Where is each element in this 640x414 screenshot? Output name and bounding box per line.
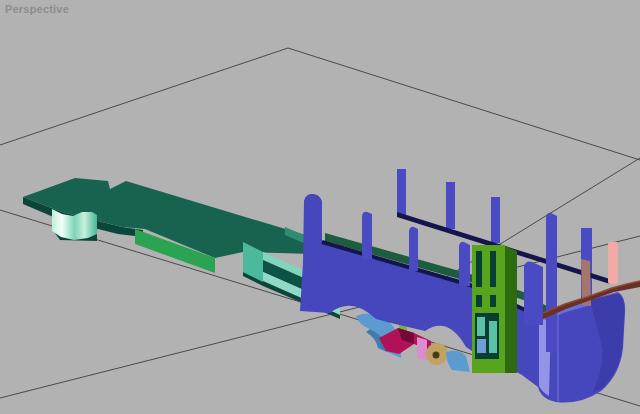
frame-slot [490, 295, 496, 307]
far-post [397, 169, 406, 216]
frame-blue-insert [477, 339, 486, 353]
viewport-name-label: Perspective [5, 3, 69, 15]
frame-slot [490, 251, 496, 287]
3d-viewport[interactable]: Perspective [0, 0, 640, 414]
frame-teal-insert [477, 317, 485, 336]
salmon-post [608, 242, 618, 284]
frame-slot [476, 251, 482, 287]
grid-line [0, 48, 640, 160]
far-post [446, 182, 455, 229]
axle-hub-center [433, 352, 440, 359]
wheel-liner-rear [446, 351, 470, 372]
stake-tall [546, 213, 557, 352]
stake-post [459, 242, 470, 286]
far-post [491, 197, 500, 243]
pink-link [417, 337, 427, 361]
trailer-deck [23, 178, 340, 319]
side-wall-and-bumper [300, 194, 625, 403]
stake-post [362, 212, 372, 259]
model-canvas[interactable] [0, 0, 640, 414]
stake-post [409, 227, 418, 271]
frame-teal-insert [489, 321, 497, 353]
frame-slot [476, 295, 482, 307]
truck-body [300, 194, 625, 403]
headboard-frame [472, 245, 517, 373]
frame-side-face [505, 246, 517, 373]
stake-panel [524, 262, 543, 326]
